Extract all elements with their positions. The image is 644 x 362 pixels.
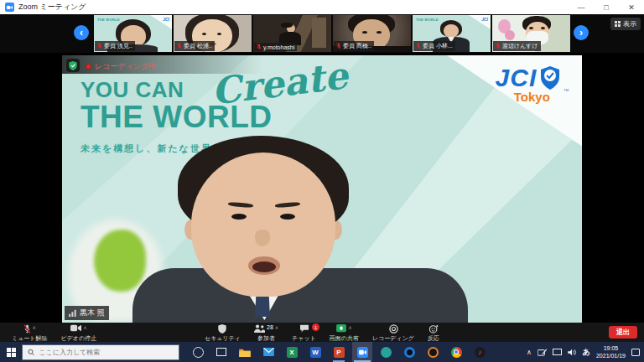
thumbnail-jci-logo: JCI [481, 17, 488, 22]
view-button[interactable]: 表示 [610, 18, 641, 30]
pen-tablet-icon[interactable] [538, 349, 547, 356]
speaker-face [191, 153, 335, 297]
leave-meeting-button[interactable]: 退出 [609, 326, 637, 339]
tray-time: 19:05 [596, 344, 626, 352]
meeting-toolbar: ∧ ミュート解除 ∧ ビデオの停止 セキュリティ [0, 323, 644, 342]
reactions-smiley-icon [429, 324, 439, 334]
quicktime-icon[interactable] [399, 342, 419, 362]
chevron-up-icon: ∧ [348, 325, 351, 330]
muted-mic-icon [496, 43, 501, 49]
doorway [312, 18, 326, 48]
cortana-icon[interactable] [188, 342, 208, 362]
green-object [94, 230, 146, 292]
jci-tokyo-logo: JCI TM Tokyo [496, 64, 569, 104]
itunes-icon[interactable]: ♪ [470, 342, 490, 362]
encryption-badge[interactable] [66, 59, 80, 72]
window-title: Zoom ミーティング [18, 2, 86, 13]
participant-name-label: 委員 小林... [413, 41, 455, 51]
record-button[interactable]: レコーディング [366, 323, 421, 342]
chevron-up-icon: ∧ [83, 325, 86, 330]
shield-check-icon [69, 61, 77, 70]
jci-shield-icon [539, 65, 561, 90]
chat-button[interactable]: 1 チャット [285, 323, 323, 342]
hidden-icons-chevron[interactable]: ∧ [527, 349, 532, 356]
muted-mic-icon [23, 324, 31, 334]
signal-bars-icon [69, 309, 77, 317]
minimize-button[interactable]: — [569, 0, 594, 14]
excel-icon[interactable]: X [282, 342, 302, 362]
search-input[interactable] [39, 349, 174, 356]
person-face [444, 24, 459, 38]
chat-unread-badge: 1 [312, 323, 319, 331]
share-screen-button[interactable]: ∧ 画面の共有 [323, 323, 366, 342]
chevron-up-icon: ∧ [275, 325, 278, 330]
powerpoint-icon[interactable]: P [329, 342, 349, 362]
participants-button[interactable]: 28 ∧ 参加者 [247, 323, 285, 342]
participant-thumbnail[interactable]: 渡辺けんすけ [492, 15, 570, 52]
windows-taskbar: X W P ♪ ∧ あ 19:05 2021/01/19 [0, 342, 644, 362]
recording-dot-icon [86, 64, 91, 70]
speaker-icon[interactable] [568, 349, 577, 356]
pink-object [505, 30, 515, 40]
jci-logo-text: JCI [496, 64, 538, 92]
participant-thumbnail[interactable]: THE WORLD JCI 委員 浅見.. [94, 15, 172, 52]
muted-mic-icon [336, 43, 341, 49]
muted-mic-icon [257, 44, 262, 50]
grid-view-icon [615, 21, 621, 27]
participant-name-label: 委員 浅見.. [95, 41, 135, 51]
muted-mic-icon [177, 43, 182, 49]
taskbar-search[interactable] [22, 344, 179, 360]
main-stage: YOU CAN Create THE WORLD 未来を構想し、新たな世界を東京… [0, 53, 644, 323]
network-icon[interactable] [553, 349, 562, 355]
file-explorer-icon[interactable] [235, 342, 255, 362]
trademark-text: TM [564, 88, 569, 92]
participant-thumbnail[interactable]: y.motohashi [253, 15, 331, 52]
participant-name-label: 渡辺けんすけ [493, 41, 541, 51]
record-icon [389, 324, 398, 334]
ime-indicator[interactable]: あ [583, 347, 590, 358]
recording-label: レコーディング中 [95, 61, 156, 72]
thumbnail-backdrop-text: THE WORLD [97, 18, 120, 22]
stop-video-button[interactable]: ∧ ビデオの停止 [55, 323, 104, 342]
start-button[interactable] [0, 342, 22, 362]
participants-icon [254, 324, 265, 333]
tray-date: 2021/01/19 [596, 352, 626, 359]
thumbnail-jci-logo: JCI [163, 17, 169, 22]
clock[interactable]: 19:05 2021/01/19 [596, 344, 626, 360]
media-player-icon[interactable] [423, 342, 443, 362]
participant-name-label: 委員 松浦.. [174, 41, 215, 51]
participant-thumbnail[interactable]: 委員 松浦.. [174, 15, 252, 52]
action-center-icon[interactable] [631, 349, 640, 356]
filmstrip-next-button[interactable]: › [574, 25, 589, 40]
teal-app-icon[interactable] [376, 342, 396, 362]
reactions-button[interactable]: 反応 [421, 323, 446, 342]
mail-icon[interactable] [258, 342, 278, 362]
maximize-button[interactable]: □ [594, 0, 619, 14]
chat-bubble-icon [299, 324, 309, 333]
unmute-button[interactable]: ∧ ミュート解除 [5, 323, 55, 342]
participant-filmstrip: ‹ THE WORLD JCI 委員 浅見.. 委員 松浦.. [0, 14, 644, 53]
participant-name-label: y.motohashi [254, 43, 297, 51]
share-screen-icon [336, 324, 346, 334]
active-speaker-video: YOU CAN Create THE WORLD 未来を構想し、新たな世界を東京… [62, 55, 582, 323]
video-camera-icon [70, 324, 81, 332]
security-shield-icon [218, 324, 226, 334]
task-view-icon[interactable] [211, 342, 231, 362]
zoom-meeting-window: Zoom ミーティング — □ ✕ ‹ THE WORLD JCI 委員 浅見.… [0, 0, 644, 362]
word-icon[interactable]: W [305, 342, 325, 362]
recording-indicator: レコーディング中 [86, 61, 156, 72]
thumbnail-backdrop-text: THE WORLD [416, 18, 439, 22]
zoom-taskbar-icon[interactable] [352, 342, 372, 362]
participants-count: 28 [267, 324, 273, 330]
chrome-icon[interactable] [446, 342, 466, 362]
system-tray: ∧ あ 19:05 2021/01/19 [527, 344, 644, 360]
participant-thumbnail[interactable]: 委員 髙橋.. [333, 15, 411, 52]
security-button[interactable]: セキュリティ [198, 323, 247, 342]
filmstrip-prev-button[interactable]: ‹ [74, 25, 89, 40]
muted-mic-icon [416, 43, 421, 49]
close-button[interactable]: ✕ [619, 0, 644, 14]
search-icon [28, 349, 34, 356]
participant-thumbnail[interactable]: THE WORLD JCI 委員 小林... [413, 15, 491, 52]
title-bar: Zoom ミーティング — □ ✕ [0, 0, 644, 14]
zoom-app-icon [5, 3, 14, 12]
